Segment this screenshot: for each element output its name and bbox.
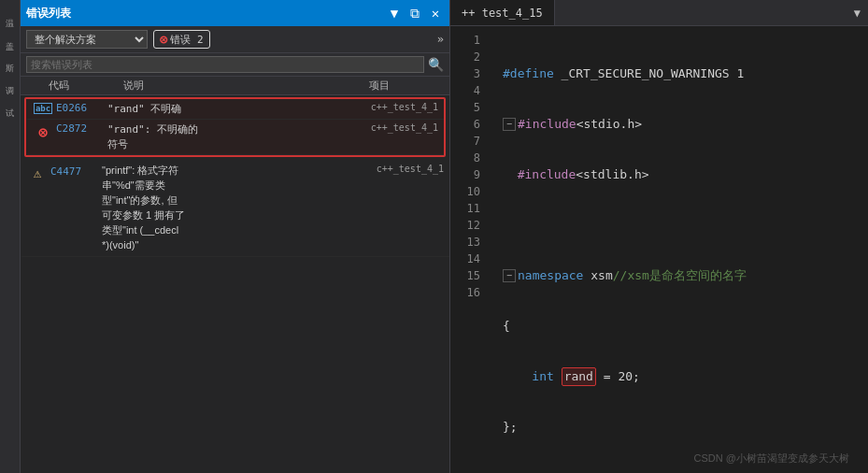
code-line-7: int rand = 20; xyxy=(503,368,868,385)
expand-btn[interactable]: » xyxy=(437,33,444,46)
panel-controls: ▼ ⧉ ✕ xyxy=(386,5,444,22)
search-input[interactable] xyxy=(26,56,424,73)
code-line-4 xyxy=(503,217,868,234)
code-line-8: }; xyxy=(503,419,868,436)
error-type-icon-E0266: abc xyxy=(34,103,52,114)
error-panel-title: 错误列表 xyxy=(26,6,71,22)
editor-panel: ++ test_4_15 ▼ 1 2 3 4 5 6 7 8 9 10 11 1… xyxy=(450,0,868,473)
code-line-6: { xyxy=(503,318,868,335)
search-bar: 🔍 xyxy=(21,53,449,77)
error-code-E0266: E0266 xyxy=(56,102,107,114)
error-proj-E0266: c++_test_4_1 xyxy=(363,102,438,112)
rand-highlight-7: rand xyxy=(562,367,596,386)
watermark: CSDN @小树苗渴望变成参天大树 xyxy=(694,452,849,466)
error-type-icon-C4477: ⚠ xyxy=(28,165,47,180)
error-desc-C2872: "rand": 不明确的符号 xyxy=(107,122,363,151)
error-list-panel: 错误列表 ▼ ⧉ ✕ 整个解决方案 ⊗ 错误 2 » 🔍 代码 说明 项目 xyxy=(21,0,450,473)
code-line-3: #include<stdlib.h> xyxy=(503,166,868,183)
sidebar-icon-2[interactable]: 盖 xyxy=(2,26,19,43)
scope-select[interactable]: 整个解决方案 xyxy=(26,30,148,49)
error-desc-E0266: "rand" 不明确 xyxy=(107,102,363,116)
sidebar-panel: 温 盖 斯 调 试 xyxy=(0,0,21,473)
error-count-label: 错误 2 xyxy=(170,33,203,47)
error-icon: ⊗ xyxy=(160,32,167,47)
error-list: abc E0266 "rand" 不明确 c++_test_4_1 ⊗ C287… xyxy=(21,95,449,473)
error-row-C2872[interactable]: ⊗ C2872 "rand": 不明确的符号 c++_test_4_1 xyxy=(26,120,444,155)
error-code-C4477: C4477 xyxy=(50,164,102,178)
error-code-C2872: C2872 xyxy=(56,122,107,135)
panel-pin-btn[interactable]: ▼ xyxy=(386,5,403,22)
sidebar-icon-1[interactable]: 温 xyxy=(2,4,19,21)
code-line-2: −#include<stdio.h> xyxy=(503,116,868,133)
error-desc-C4477: "printf": 格式字符串"%d"需要类型"int"的参数, 但可变参数 1… xyxy=(102,164,369,253)
line-numbers: 1 2 3 4 5 6 7 8 9 10 11 12 13 14 15 16 xyxy=(450,30,488,469)
panel-close-btn[interactable]: ✕ xyxy=(427,5,444,22)
collapse-btn-2[interactable]: − xyxy=(503,118,516,131)
col-header-code: 代码 xyxy=(49,79,123,93)
sidebar-icon-4[interactable]: 调 xyxy=(2,71,19,88)
editor-tab-main[interactable]: ++ test_4_15 xyxy=(450,0,555,25)
col-header-proj: 项目 xyxy=(369,79,444,93)
error-type-icon-C2872: ⊗ xyxy=(34,123,52,141)
code-area: 1 2 3 4 5 6 7 8 9 10 11 12 13 14 15 16 #… xyxy=(450,26,868,473)
gutter xyxy=(488,30,503,469)
filter-bar: 整个解决方案 ⊗ 错误 2 » xyxy=(21,26,449,53)
search-icon[interactable]: 🔍 xyxy=(428,57,444,72)
sidebar-icon-5[interactable]: 试 xyxy=(2,93,19,110)
error-row-C4477[interactable]: ⚠ C4477 "printf": 格式字符串"%d"需要类型"int"的参数,… xyxy=(21,161,449,257)
panel-float-btn[interactable]: ⧉ xyxy=(406,5,423,22)
error-row-E0266[interactable]: abc E0266 "rand" 不明确 c++_test_4_1 xyxy=(26,99,444,120)
table-header: 代码 说明 项目 xyxy=(21,77,449,95)
editor-tab-bar: ++ test_4_15 ▼ xyxy=(450,0,868,26)
tab-label: ++ test_4_15 xyxy=(462,7,543,20)
code-content: #define _CRT_SECURE_NO_WARNINGS 1 −#incl… xyxy=(503,30,868,469)
error-proj-C4477: c++_test_4_1 xyxy=(369,164,444,174)
code-line-5: −namespace xsm//xsm是命名空间的名字 xyxy=(503,267,868,284)
error-panel-header: 错误列表 ▼ ⧉ ✕ xyxy=(21,0,449,26)
tab-dropdown[interactable]: ▼ xyxy=(854,7,868,20)
error-count-badge[interactable]: ⊗ 错误 2 xyxy=(153,30,210,49)
error-proj-C2872: c++_test_4_1 xyxy=(363,122,438,133)
code-line-1: #define _CRT_SECURE_NO_WARNINGS 1 xyxy=(503,65,868,82)
sidebar-icon-3[interactable]: 斯 xyxy=(2,49,19,65)
collapse-btn-5[interactable]: − xyxy=(503,269,516,282)
col-header-desc: 说明 xyxy=(123,79,369,93)
